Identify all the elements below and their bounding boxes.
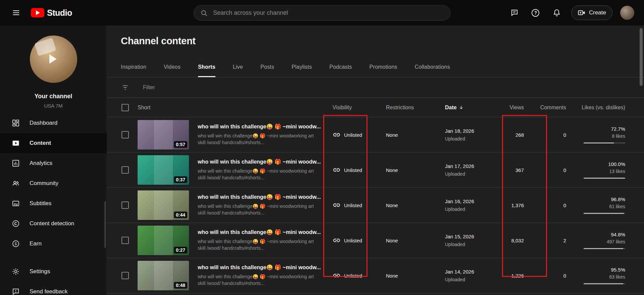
row-checkbox[interactable]	[121, 201, 129, 209]
tab-posts[interactable]: Posts	[260, 60, 274, 77]
sidebar-item-analytics[interactable]: Analytics	[0, 153, 107, 173]
content-icon	[12, 139, 20, 147]
search-input[interactable]	[213, 9, 444, 16]
short-thumbnail[interactable]: 0:27	[138, 226, 189, 255]
row-checkbox[interactable]	[121, 237, 129, 244]
short-thumbnail[interactable]: 0:44	[138, 190, 189, 220]
short-title[interactable]: who will win this challenge😜 🎁 ~mini woo…	[198, 159, 323, 165]
short-thumbnail[interactable]: 0:37	[138, 155, 189, 185]
like-percentage: 94.8%	[566, 232, 625, 237]
visibility-cell[interactable]: Unlisted	[333, 166, 384, 174]
column-header-restrictions[interactable]: Restrictions	[384, 105, 440, 111]
settings-gear-icon	[12, 268, 20, 276]
column-header-likes[interactable]: Likes (vs. dislikes)	[566, 105, 625, 111]
column-header-views[interactable]: Views	[490, 105, 524, 111]
date-status: Uploaded	[445, 242, 490, 247]
short-title[interactable]: who will win this challenge😜 🎁 ~mini woo…	[198, 123, 323, 130]
notifications-button[interactable]	[550, 6, 563, 19]
channel-header: Your channel USA 7M	[0, 36, 107, 109]
analytics-icon	[12, 159, 20, 167]
search-icon	[200, 9, 208, 17]
date-value: Jan 17, 2026	[445, 163, 490, 169]
short-title[interactable]: who will win this challenge😜 🎁 ~mini woo…	[198, 194, 323, 200]
row-checkbox[interactable]	[121, 272, 129, 279]
column-header-comments[interactable]: Comments	[524, 105, 566, 111]
column-header-visibility[interactable]: Visibility	[333, 105, 384, 111]
short-row[interactable]: 0:44 who will win this challenge😜 🎁 ~min…	[107, 188, 644, 223]
column-header-short[interactable]: Short	[138, 105, 323, 111]
date-cell: Jan 16, 2026 Uploaded	[440, 198, 490, 212]
column-header-date[interactable]: Date	[440, 105, 490, 111]
short-thumbnail[interactable]: 0:48	[138, 261, 189, 290]
sidebar-item-send-feedback[interactable]: Send feedback	[0, 282, 107, 295]
copyright-icon	[12, 220, 20, 228]
topbar-actions: ? Create	[508, 0, 634, 25]
like-ratio-fill	[584, 248, 623, 249]
select-all-checkbox[interactable]	[121, 104, 129, 111]
sidebar-item-community[interactable]: Community	[0, 173, 107, 193]
visibility-cell[interactable]: Unlisted	[333, 236, 384, 244]
tab-shorts[interactable]: Shorts	[198, 60, 215, 77]
short-meta: who will win this challenge😜 🎁 ~mini woo…	[198, 229, 323, 251]
tab-podcasts[interactable]: Podcasts	[329, 60, 352, 77]
date-cell: Jan 15, 2026 Uploaded	[440, 234, 490, 247]
sidebar-item-label: Content detection	[30, 220, 74, 227]
likes-cell: 72.7% 8 likes	[566, 126, 625, 143]
sidebar-item-content[interactable]: Content	[0, 133, 107, 153]
like-ratio-bar	[584, 283, 625, 284]
short-row[interactable]: 0:37 who will win this challenge😜 🎁 ~min…	[107, 153, 644, 188]
like-percentage: 72.7%	[566, 126, 625, 132]
date-status: Uploaded	[445, 277, 490, 282]
sidebar-item-subtitles[interactable]: Subtitles	[0, 193, 107, 214]
short-thumbnail[interactable]: 0:57	[138, 120, 189, 150]
visibility-cell[interactable]: Unlisted	[333, 272, 384, 280]
feedback-button[interactable]	[508, 6, 521, 19]
tab-inspiration[interactable]: Inspiration	[121, 60, 146, 77]
help-icon: ?	[532, 9, 539, 17]
studio-logo[interactable]: Studio	[31, 8, 72, 18]
help-button[interactable]: ?	[529, 6, 542, 19]
sidebar-item-earn[interactable]: $ Earn	[0, 234, 107, 254]
youtube-logo-icon	[31, 8, 44, 17]
like-count: 8 likes	[566, 133, 625, 139]
filter-bar[interactable]: Filter	[107, 77, 644, 98]
tab-promotions[interactable]: Promotions	[369, 60, 397, 77]
short-description: who will win this challenge😜 🎁 ~mini woo…	[198, 274, 323, 287]
bell-icon	[553, 9, 561, 17]
like-ratio-bar	[584, 248, 625, 249]
search-bar[interactable]	[193, 5, 451, 21]
create-video-icon	[578, 9, 586, 17]
like-percentage: 95.5%	[566, 267, 625, 273]
row-checkbox[interactable]	[121, 131, 129, 138]
sidebar-item-dashboard[interactable]: Dashboard	[0, 113, 107, 133]
short-row[interactable]: 0:27 who will win this challenge😜 🎁 ~min…	[107, 223, 644, 258]
views-cell: 1,226	[490, 273, 524, 279]
short-row[interactable]: 0:57 who will win this challenge😜 🎁 ~min…	[107, 117, 644, 153]
tab-playlists[interactable]: Playlists	[292, 60, 312, 77]
short-title[interactable]: who will win this challenge😜 🎁 ~mini woo…	[198, 264, 323, 271]
sidebar-item-content-detection[interactable]: Content detection	[0, 214, 107, 234]
visibility-cell[interactable]: Unlisted	[333, 131, 384, 139]
short-row[interactable]: 0:48 who will win this challenge😜 🎁 ~min…	[107, 258, 644, 293]
sidebar-scrollbar[interactable]	[104, 201, 106, 248]
row-checkbox[interactable]	[121, 166, 129, 174]
sidebar-item-label: Send feedback	[30, 288, 67, 295]
views-cell: 8,032	[490, 238, 524, 243]
visibility-cell[interactable]: Unlisted	[333, 201, 384, 209]
main-menu-button[interactable]	[9, 6, 23, 19]
account-avatar[interactable]	[620, 6, 634, 20]
create-label: Create	[589, 9, 606, 16]
tab-videos[interactable]: Videos	[164, 60, 181, 77]
channel-subtitle: USA 7M	[0, 103, 107, 109]
tab-live[interactable]: Live	[233, 60, 243, 77]
channel-avatar[interactable]	[30, 36, 77, 83]
page-scrollbar[interactable]	[640, 28, 643, 86]
visibility-label: Unlisted	[344, 238, 362, 243]
date-cell: Jan 18, 2026 Uploaded	[440, 128, 490, 141]
restrictions-cell: None	[384, 167, 440, 173]
views-cell: 1,376	[490, 202, 524, 208]
tab-collaborations[interactable]: Collaborations	[415, 60, 450, 77]
sidebar-item-settings[interactable]: Settings	[0, 261, 107, 282]
create-button[interactable]: Create	[571, 5, 612, 20]
short-title[interactable]: who will win this challenge😜 🎁 ~mini woo…	[198, 229, 323, 235]
